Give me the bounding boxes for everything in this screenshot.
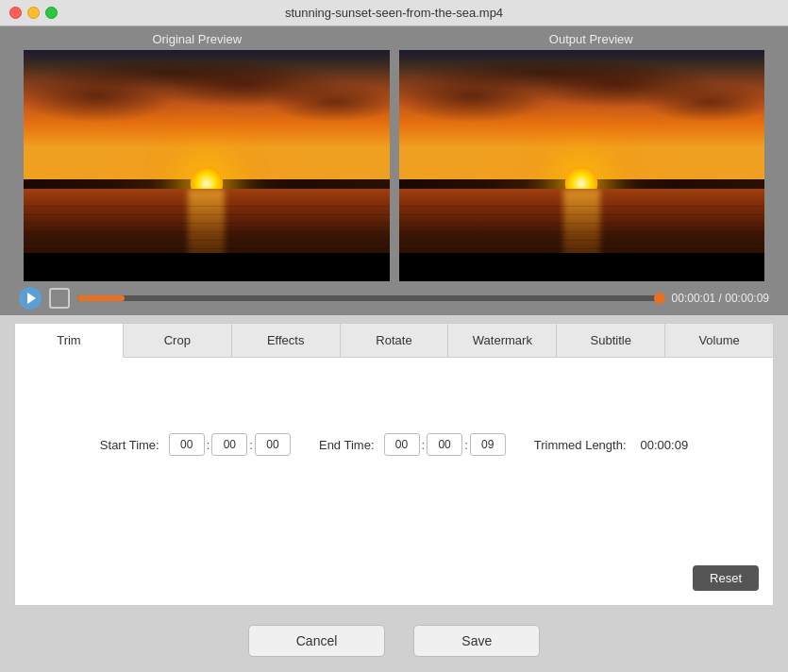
trimmed-length-label: Trimmed Length: [534, 438, 627, 452]
tab-volume[interactable]: Volume [665, 324, 773, 357]
start-sep-1: : [207, 438, 210, 452]
start-sep-2: : [249, 438, 253, 452]
edit-panel: Trim Crop Effects Rotate Watermark Subti… [14, 323, 774, 606]
window-controls [9, 7, 58, 19]
tab-subtitle[interactable]: Subtitle [557, 324, 665, 357]
playback-bar: 00:00:01 / 00:00:09 [0, 281, 788, 315]
output-video-frame [399, 50, 765, 281]
trimmed-length-value: 00:00:09 [641, 438, 689, 452]
reset-button[interactable]: Reset [693, 565, 759, 591]
start-time-label: Start Time: [100, 438, 159, 452]
play-button[interactable] [19, 287, 42, 310]
time-display: 00:00:01 / 00:00:09 [672, 292, 769, 305]
snapshot-button[interactable] [49, 288, 70, 309]
end-sep-2: : [464, 438, 468, 452]
clouds [399, 61, 765, 177]
start-minute-input[interactable] [211, 433, 247, 456]
progress-fill [77, 295, 125, 301]
window-title: stunning-sunset-seen-from-the-sea.mp4 [285, 6, 503, 20]
minimize-button[interactable] [27, 7, 40, 19]
end-minute-input[interactable] [427, 433, 462, 456]
tab-rotate[interactable]: Rotate [341, 324, 449, 357]
tab-crop[interactable]: Crop [124, 324, 232, 357]
progress-thumb [654, 293, 665, 304]
preview-labels: Original Preview Output Preview [0, 26, 788, 50]
start-hour-input[interactable] [169, 433, 205, 456]
tab-effects[interactable]: Effects [232, 324, 341, 357]
end-time-inputs: : : [384, 433, 506, 456]
end-second-input[interactable] [470, 433, 506, 456]
tab-trim[interactable]: Trim [15, 324, 124, 358]
preview-area: Original Preview Output Preview [0, 26, 788, 315]
clouds [24, 61, 390, 177]
trim-row: Start Time: : : End Time: : : [34, 433, 754, 456]
preview-videos [0, 50, 788, 281]
start-second-input[interactable] [255, 433, 291, 456]
original-video-frame [24, 50, 390, 281]
maximize-button[interactable] [45, 7, 58, 19]
save-button[interactable]: Save [413, 625, 540, 657]
close-button[interactable] [9, 7, 22, 19]
end-sep-1: : [422, 438, 426, 452]
cancel-button[interactable]: Cancel [248, 625, 386, 657]
main-window: Original Preview Output Preview [0, 26, 788, 672]
end-hour-input[interactable] [384, 433, 420, 456]
output-video-content [399, 50, 765, 281]
bottom-bar: Cancel Save [0, 613, 788, 672]
progress-track[interactable] [77, 295, 664, 301]
title-bar: stunning-sunset-seen-from-the-sea.mp4 [0, 0, 788, 26]
start-time-inputs: : : [169, 433, 291, 456]
original-preview-label: Original Preview [0, 32, 394, 46]
bottom-bar [24, 253, 390, 281]
bottom-bar [399, 253, 765, 281]
tabs: Trim Crop Effects Rotate Watermark Subti… [15, 324, 773, 358]
end-time-label: End Time: [319, 438, 375, 452]
trim-tab-content: Start Time: : : End Time: : : [15, 358, 773, 605]
original-video-content [24, 50, 390, 281]
tab-watermark[interactable]: Watermark [448, 324, 557, 357]
output-preview-label: Output Preview [394, 32, 789, 46]
